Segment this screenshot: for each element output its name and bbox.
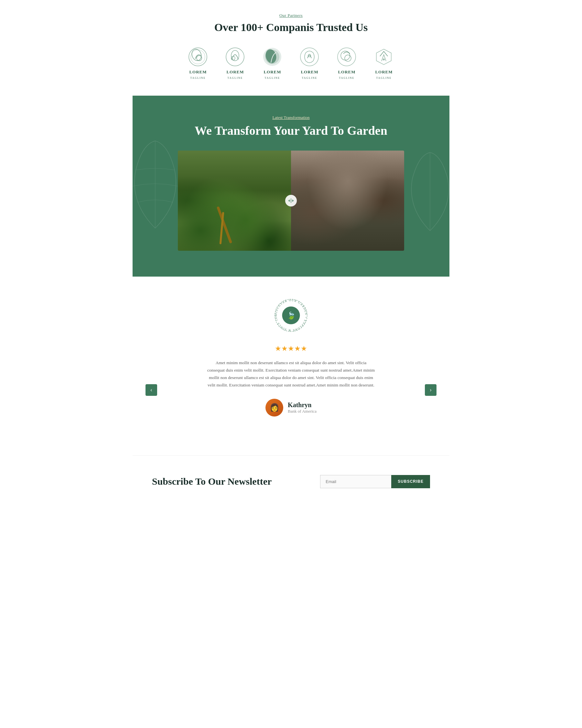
partner-icon-6: [374, 47, 395, 68]
partner-name-2: LOREM: [226, 70, 244, 75]
newsletter-form: SUBSCRIBE: [320, 475, 430, 488]
partner-logo-2: LOREM TAGLINE: [225, 47, 246, 79]
transform-label: Latest Transformation: [132, 115, 450, 120]
partner-icon-4: [299, 47, 320, 68]
partner-tagline-6: TAGLINE: [376, 77, 391, 79]
testimonial-stars: ★★★★★: [158, 344, 424, 353]
testimonial-prev-button[interactable]: ‹: [146, 384, 157, 396]
badge-leaf-center: 🍃: [282, 307, 300, 324]
partner-logo-4: LOREM TAGLINE: [299, 47, 320, 79]
author-info: Kathryn Bank of America: [288, 401, 317, 414]
newsletter-section: Subscribe To Our Newsletter SUBSCRIBE: [132, 455, 450, 508]
partner-logo-1: LOREM TAGLINE: [187, 47, 208, 79]
partner-tagline-3: TAGLINE: [264, 77, 280, 79]
newsletter-title: Subscribe To Our Newsletter: [152, 476, 307, 487]
transform-title: We Transform Your Yard To Garden: [132, 124, 450, 138]
partners-section: Our Partners Over 100+ Companis Trusted …: [132, 0, 450, 96]
transformation-section: Latest Transformation We Transform Your …: [132, 96, 450, 277]
bg-leaf-left: [132, 138, 184, 235]
partner-logo-3: LOREM TAGLINE: [262, 47, 283, 79]
svg-point-15: [383, 58, 385, 60]
next-arrow-icon: ›: [430, 387, 431, 393]
partner-tagline-4: TAGLINE: [302, 77, 317, 79]
testimonial-text: Amet minim mollit non deserunt ullamco e…: [207, 359, 375, 389]
partner-tagline-2: TAGLINE: [227, 77, 243, 79]
svg-point-14: [345, 55, 351, 61]
svg-point-1: [191, 50, 205, 64]
author-company: Bank of America: [288, 409, 317, 414]
partners-label: Our Partners: [152, 13, 430, 18]
avatar-emoji: 👩: [270, 403, 279, 412]
partners-title: Over 100+ Companis Trusted Us: [152, 21, 430, 34]
testimonial-author: 👩 Kathryn Bank of America: [158, 399, 424, 417]
partner-name-6: LOREM: [375, 70, 393, 75]
partner-name-5: LOREM: [338, 70, 355, 75]
partner-name-3: LOREM: [263, 70, 281, 75]
partner-icon-5: [336, 47, 357, 68]
garden-after-visual: [291, 151, 404, 251]
testimonial-container: ★★★★★ Amet minim mollit non deserunt ull…: [146, 344, 436, 436]
author-avatar: 👩: [265, 399, 283, 417]
partner-icon-2: [225, 47, 246, 68]
garden-before-visual: [178, 151, 291, 251]
partner-tagline-5: TAGLINE: [339, 77, 354, 79]
discovery-section: DISCOVER OUR GARDEN • EXPLORE & SINCE 19…: [132, 277, 450, 455]
svg-point-0: [189, 48, 207, 66]
partners-logos-container: LOREM TAGLINE LOREM TAGLINE LOREM TAGL: [152, 47, 430, 79]
testimonial-next-button[interactable]: ›: [425, 384, 436, 396]
bg-leaf-right: [404, 150, 450, 234]
compare-arrows-icon: [288, 198, 294, 204]
transform-image-before: [178, 151, 291, 251]
leaf-icon: 🍃: [287, 311, 296, 319]
svg-point-5: [231, 50, 239, 61]
svg-point-12: [337, 48, 356, 66]
email-input[interactable]: [320, 475, 391, 488]
transform-images-container: [178, 151, 404, 251]
partner-name-4: LOREM: [301, 70, 318, 75]
compare-slider-button[interactable]: [285, 195, 297, 206]
transform-image-after: [291, 151, 404, 251]
author-name: Kathryn: [288, 401, 317, 409]
subscribe-button[interactable]: SUBSCRIBE: [391, 475, 430, 488]
partner-tagline-1: TAGLINE: [190, 77, 206, 79]
prev-arrow-icon: ‹: [150, 387, 152, 393]
partner-icon-1: [187, 47, 208, 68]
discovery-badge: DISCOVER OUR GARDEN • EXPLORE & SINCE 19…: [272, 296, 310, 335]
partner-name-1: LOREM: [189, 70, 207, 75]
partner-logo-6: LOREM TAGLINE: [374, 47, 395, 79]
partner-icon-3: [262, 47, 283, 68]
partner-logo-5: LOREM TAGLINE: [336, 47, 357, 79]
